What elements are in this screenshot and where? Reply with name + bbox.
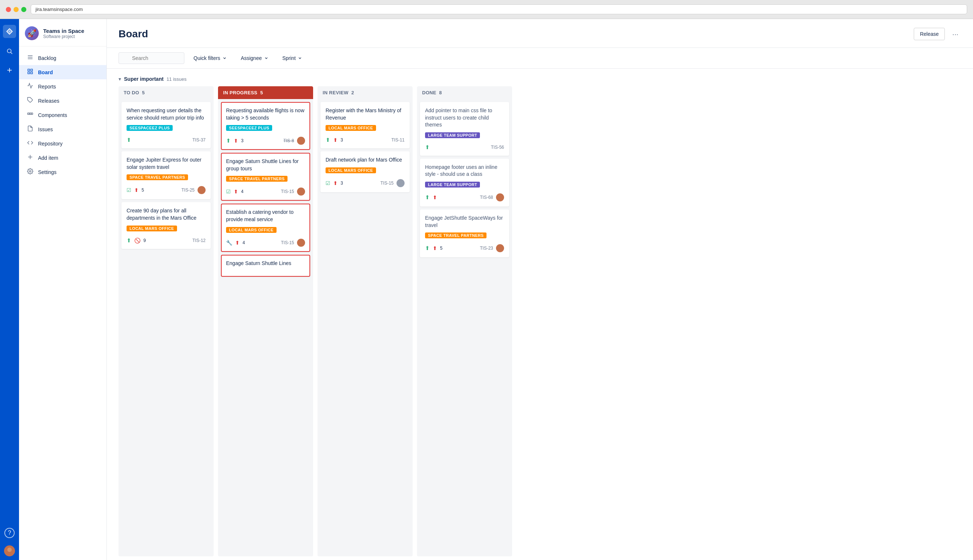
more-options-button[interactable]: ··· — [949, 28, 961, 40]
releases-icon — [26, 97, 33, 105]
card-avatar — [297, 239, 305, 247]
browser-chrome: jira.teamsinspace.com — [0, 0, 973, 19]
sidebar-item-components[interactable]: Components — [19, 108, 107, 122]
card-tis37[interactable]: When requesting user details the service… — [122, 102, 211, 148]
story-points: 9 — [144, 238, 146, 243]
releases-label: Releases — [38, 98, 59, 104]
card-label: LOCAL MARS OFFICE — [127, 225, 177, 232]
story-icon: ⬆ — [425, 245, 430, 252]
rail-search-icon[interactable] — [4, 45, 15, 57]
col-body-inprogress: Requesting available flights is now taki… — [218, 99, 313, 556]
svg-rect-10 — [30, 69, 32, 71]
project-header: 🚀 Teams in Space Software project — [19, 19, 107, 47]
story-icon: ⬆ — [326, 137, 330, 143]
sidebar-item-reports[interactable]: Reports — [19, 79, 107, 93]
filters-bar: Quick filters Assignee Sprint — [107, 48, 973, 69]
svg-rect-11 — [30, 72, 32, 74]
sidebar-item-settings[interactable]: Settings — [19, 165, 107, 179]
quick-filters-button[interactable]: Quick filters — [189, 52, 232, 64]
address-bar[interactable]: jira.teamsinspace.com — [31, 4, 967, 14]
sprint-filter-button[interactable]: Sprint — [278, 52, 307, 64]
card-label: LARGE TEAM SUPPORT — [425, 182, 480, 188]
card-title: Requesting available flights is now taki… — [226, 107, 305, 122]
sidebar-item-add-item[interactable]: Add item — [19, 151, 107, 165]
card-avatar — [297, 137, 305, 145]
card-saturn-shuttle[interactable]: Engage Saturn Shuttle Lines — [221, 255, 310, 277]
card-footer: ⬆ ⬆ 5 TIS-23 — [425, 244, 504, 252]
header-actions: Release ··· — [914, 28, 961, 48]
story-icon: ⬆ — [127, 237, 131, 244]
svg-rect-14 — [27, 113, 29, 114]
card-id: TIS-12 — [192, 238, 206, 243]
high-icon: ⬆ — [234, 138, 238, 144]
card-tis15-group-tours[interactable]: Engage Saturn Shuttle Lines for group to… — [221, 153, 310, 201]
jira-logo[interactable] — [3, 25, 16, 38]
sidebar-item-issues[interactable]: Issues — [19, 122, 107, 136]
sidebar-item-board[interactable]: Board — [19, 65, 107, 79]
column-inprogress: IN PROGRESS 5 Requesting available fligh… — [218, 86, 313, 556]
assignee-label: Assignee — [241, 55, 262, 61]
sidebar-item-releases[interactable]: Releases — [19, 93, 107, 108]
card-id: TIS-8 — [284, 138, 294, 143]
group-header: ▾ Super important 11 issues — [119, 75, 961, 86]
card-avatar — [197, 186, 206, 194]
card-label: SEESPACEEZ PLUS — [226, 125, 272, 131]
high-icon: ⬆ — [134, 187, 139, 193]
settings-label: Settings — [38, 169, 57, 175]
sidebar-nav: Backlog Board Reports Releases — [19, 47, 107, 560]
sidebar-item-repository[interactable]: Repository — [19, 136, 107, 151]
svg-rect-15 — [29, 113, 31, 114]
card-tis25[interactable]: Engage Jupiter Express for outer solar s… — [122, 151, 211, 199]
group-count: 11 issues — [166, 77, 187, 82]
repository-icon — [26, 140, 33, 147]
user-avatar-rail[interactable] — [4, 545, 15, 556]
assignee-filter-button[interactable]: Assignee — [236, 52, 273, 64]
card-tis8[interactable]: Requesting available flights is now taki… — [221, 102, 310, 150]
search-input[interactable] — [119, 52, 184, 64]
sidebar-item-backlog[interactable]: Backlog — [19, 51, 107, 65]
card-tis56[interactable]: Add pointer to main css file to instruct… — [420, 102, 509, 156]
svg-line-1 — [11, 52, 12, 54]
high-icon: ⬆ — [333, 180, 338, 186]
repository-label: Repository — [38, 141, 63, 147]
issues-label: Issues — [38, 127, 53, 132]
columns-wrapper: TO DO 5 When requesting user details the… — [119, 86, 961, 556]
story-points: 3 — [341, 137, 343, 143]
check-icon: ☑ — [226, 188, 231, 195]
components-icon — [26, 111, 33, 119]
high-icon: ⬆ — [433, 245, 437, 251]
card-id: TIS-15 — [380, 180, 394, 186]
card-footer: ☑ ⬆ 5 TIS-25 — [127, 186, 206, 194]
card-tis23[interactable]: Engage JetShuttle SpaceWays for travel S… — [420, 210, 509, 257]
card-footer: ⬆ TIS-56 — [425, 144, 504, 151]
card-label: SEESPACEEZ PLUS — [127, 125, 173, 131]
card-id: TIS-15 — [281, 240, 294, 245]
rail-help-icon[interactable]: ? — [4, 528, 15, 538]
card-tis68[interactable]: Homepage footer uses an inline style - s… — [420, 158, 509, 207]
wrench-icon: 🔧 — [226, 240, 232, 246]
release-button[interactable]: Release — [914, 28, 945, 40]
dot-yellow[interactable] — [13, 7, 18, 12]
settings-icon — [26, 168, 33, 176]
dot-red[interactable] — [6, 7, 11, 12]
group-toggle[interactable]: ▾ — [119, 76, 121, 82]
card-tis11[interactable]: Register with the Mars Ministry of Reven… — [321, 102, 410, 148]
left-rail: ? — [0, 19, 19, 560]
card-tis15-network[interactable]: Draft network plan for Mars Office LOCAL… — [321, 151, 410, 192]
page-title: Board — [119, 28, 148, 47]
board-icon — [26, 68, 33, 76]
card-id: TIS-25 — [181, 188, 195, 193]
card-avatar — [297, 188, 305, 195]
card-title: Engage Saturn Shuttle Lines — [226, 260, 305, 267]
card-tis12[interactable]: Create 90 day plans for all departments … — [122, 202, 211, 248]
card-avatar — [396, 179, 405, 187]
reports-icon — [26, 83, 33, 90]
rail-create-icon[interactable] — [4, 64, 15, 76]
card-id: TIS-15 — [281, 189, 294, 194]
browser-dots — [6, 7, 26, 12]
dot-green[interactable] — [21, 7, 26, 12]
card-tis15-catering[interactable]: Establish a catering vendor to provide m… — [221, 203, 310, 252]
svg-rect-12 — [28, 72, 30, 74]
card-title: Register with the Mars Ministry of Reven… — [326, 107, 405, 122]
story-icon: ⬆ — [425, 194, 430, 201]
